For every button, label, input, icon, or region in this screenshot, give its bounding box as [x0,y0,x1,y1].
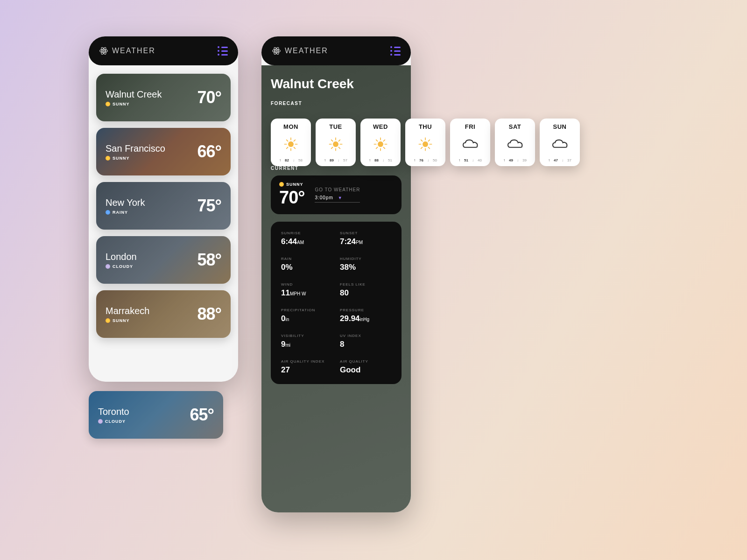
sun-icon [283,136,299,152]
sun-icon [373,136,388,152]
svg-line-15 [287,147,288,148]
app-title: WEATHER [112,47,155,55]
forecast-card[interactable]: TUE ↑89 ↓57 [316,119,356,166]
svg-line-34 [383,140,385,141]
sun-icon [417,136,433,152]
forecast-card[interactable]: MON ↑82 ↓58 [271,119,311,166]
stat-value: 38% [340,263,391,272]
forecast-temps: ↑76 ↓50 [414,158,437,162]
svg-point-17 [333,141,338,147]
phone-city-list: WEATHER Walnut Creek SUNNY 70° San Franc… [89,36,238,382]
svg-point-8 [288,141,294,147]
cloud-icon [550,137,569,151]
stat-wind: WIND 11MPH W [281,282,332,298]
forecast-temps: ↑89 ↓57 [324,158,347,162]
stat-label: SUNSET [340,231,391,235]
stat-precip: PRECIPITATION 0in [281,308,332,323]
sunny-icon [106,156,110,161]
forecast-card[interactable]: FRI ↑51 ↓40 [450,119,490,166]
current-weather-box: SUNNY 70° GO TO WEATHER 3:00pm ▼ [271,175,402,214]
city-card[interactable]: San Francisco SUNNY 66° [96,128,231,175]
app-header: WEATHER [261,36,411,65]
sunny-icon [106,318,110,323]
svg-line-25 [338,140,340,141]
city-condition: SUNNY [106,102,162,106]
city-name: Walnut Creek [106,89,162,100]
app-title-group: WEATHER [99,46,155,56]
stat-value: 11MPH W [281,288,332,298]
stat-value: 0% [281,263,332,272]
stat-label: WIND [281,282,332,287]
svg-point-35 [423,141,428,147]
city-condition: SUNNY [106,318,149,323]
city-temp: 70° [197,88,221,107]
stat-value: 80 [340,288,391,298]
arrow-up-icon: ↑ [548,158,550,162]
stat-value: 6:44AM [281,237,332,246]
city-name: New York [106,197,145,208]
detail-city-name: Walnut Creek [271,77,402,91]
forecast-card[interactable]: THU ↑76 ↓50 [405,119,445,166]
svg-line-14 [294,147,295,148]
stat-label: FEELS LIKE [340,282,391,287]
stat-feels: FEELS LIKE 80 [340,282,391,298]
forecast-day: MON [283,123,298,130]
forecast-temps: ↑88 ↓51 [369,158,392,162]
dropdown-icon: ▼ [338,196,343,200]
time-value: 3:00pm [315,195,333,200]
app-title-group: WEATHER [272,46,328,56]
time-select[interactable]: 3:00pm ▼ [315,195,360,203]
stat-value: 0in [281,314,332,323]
arrow-down-icon: ↓ [382,158,384,162]
stat-label: HUMIDITY [340,257,391,261]
city-temp: 65° [190,405,214,425]
stat-value: Good [340,365,391,375]
city-card[interactable]: New York RAINY 75° [96,182,231,230]
atom-icon [99,46,108,56]
arrow-up-icon: ↑ [414,158,416,162]
arrow-down-icon: ↓ [427,158,429,162]
stat-label: UV INDEX [340,334,391,338]
list-toggle-button[interactable] [218,46,228,56]
forecast-card[interactable]: SUN ↑47 ↓37 [540,119,580,166]
svg-point-26 [378,141,383,147]
list-toggle-button[interactable] [390,46,401,56]
stat-value: 27 [281,365,332,375]
city-condition: RAINY [106,210,145,215]
app-header: WEATHER [89,36,238,65]
stat-sunset: SUNSET 7:24PM [340,231,391,246]
arrow-up-icon: ↑ [503,158,505,162]
city-card[interactable]: Walnut Creek SUNNY 70° [96,74,231,121]
city-condition: CLOUDY [98,419,129,424]
cloudy-icon [98,419,103,424]
forecast-card[interactable]: SAT ↑49 ↓39 [495,119,535,166]
stat-value: 9mi [281,340,332,349]
city-card[interactable]: Marrakech SUNNY 88° [96,290,231,338]
svg-line-40 [421,140,423,141]
city-card[interactable]: Toronto CLOUDY 65° [89,391,223,439]
stat-uv: UV INDEX 8 [340,334,391,349]
city-card[interactable]: London CLOUDY 58° [96,236,231,284]
svg-line-42 [421,147,423,148]
sun-icon [279,182,284,187]
city-condition: CLOUDY [106,264,137,269]
stat-sunrise: SUNRISE 6:44AM [281,231,332,246]
city-temp: 58° [197,250,221,270]
current-temp: 70° [279,188,304,208]
forecast-day: WED [373,123,388,130]
stat-label: PRESSURE [340,308,391,312]
svg-line-13 [287,140,288,141]
svg-line-41 [428,147,430,148]
stat-aqi: AIR QUALITY INDEX 27 [281,359,332,375]
forecast-row[interactable]: MON ↑82 ↓58 TUE ↑89 ↓57 WED ↑88 ↓51 THU … [271,119,580,166]
forecast-temps: ↑82 ↓58 [279,158,303,162]
svg-line-31 [376,140,378,141]
city-temp: 66° [197,142,221,161]
forecast-card[interactable]: WED ↑88 ↓51 [360,119,401,166]
stat-label: PRECIPITATION [281,308,332,312]
forecast-temps: ↑47 ↓37 [548,158,571,162]
stat-label: AIR QUALITY [340,359,391,364]
app-title: WEATHER [285,47,328,55]
city-condition: SUNNY [106,156,165,161]
city-name: Toronto [98,406,129,417]
